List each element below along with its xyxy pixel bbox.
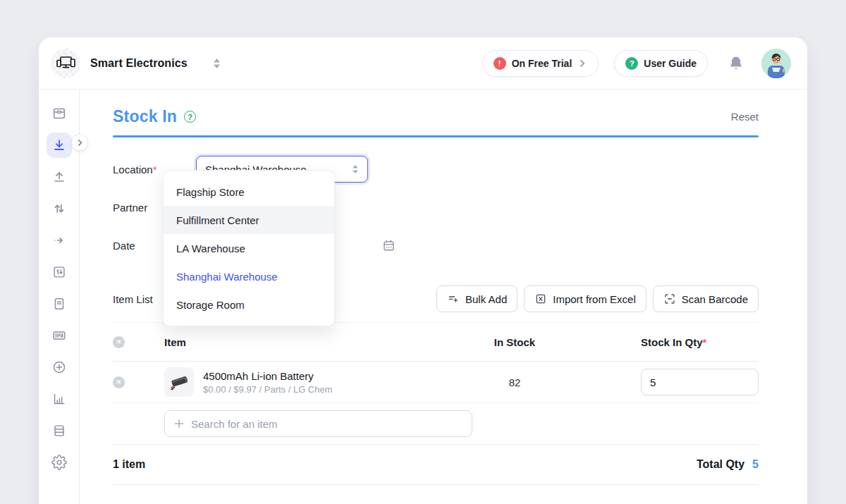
- location-option-la-warehouse[interactable]: LA Warehouse: [164, 234, 334, 262]
- sidebar-item-stock-out[interactable]: [47, 164, 72, 190]
- item-count: 1 item: [113, 458, 145, 471]
- chevron-right-icon: [577, 59, 587, 68]
- user-avatar[interactable]: [761, 49, 791, 78]
- list-plus-icon: [447, 293, 460, 305]
- devices-icon: [55, 54, 76, 73]
- company-name: Smart Electronics: [90, 57, 188, 70]
- stock-in-qty-input[interactable]: [641, 369, 759, 395]
- search-row: [113, 402, 759, 444]
- item-search-input[interactable]: [191, 418, 463, 430]
- free-trial-label: On Free Trial: [512, 58, 572, 69]
- sidebar-item-storage[interactable]: [47, 101, 72, 126]
- sidebar-item-barcode[interactable]: [47, 323, 72, 348]
- sidebar-item-add-new[interactable]: [47, 355, 72, 380]
- database-rows-icon: [51, 423, 67, 438]
- active-tab-underline: [113, 135, 759, 137]
- alert-badge-icon: !: [494, 57, 506, 70]
- import-from-excel-button[interactable]: Import from Excel: [524, 285, 646, 312]
- free-trial-button[interactable]: ! On Free Trial: [482, 50, 599, 77]
- sidebar-item-stock-adjust[interactable]: [47, 196, 72, 221]
- import-from-excel-label: Import from Excel: [553, 293, 636, 305]
- barcode-icon: [51, 328, 67, 343]
- help-icon[interactable]: ?: [184, 111, 196, 123]
- item-list-label: Item List: [113, 293, 153, 305]
- select-arrows-icon: [352, 165, 359, 173]
- sidebar-item-settings[interactable]: [47, 450, 72, 475]
- excel-file-icon: [534, 293, 547, 305]
- sidebar-item-documents[interactable]: [47, 291, 72, 316]
- reset-button[interactable]: Reset: [731, 111, 759, 123]
- question-badge-icon: ?: [625, 57, 638, 70]
- notifications-bell-icon[interactable]: [728, 55, 744, 72]
- count-sheet-icon: [51, 264, 67, 280]
- item-search-field[interactable]: [164, 410, 472, 437]
- item-table-row: ✕ 4500mAh: [113, 361, 759, 402]
- total-qty-value: 5: [752, 458, 759, 471]
- item-details: $0.00 / $9.97 / Parts / LG Chem: [203, 384, 333, 395]
- company-switcher-icon[interactable]: [213, 59, 221, 68]
- item-name: 4500mAh Li-ion Battery: [203, 370, 333, 382]
- calendar-icon[interactable]: [382, 239, 396, 252]
- required-asterisk: *: [153, 164, 157, 176]
- bulk-add-label: Bulk Add: [465, 293, 507, 305]
- stock-out-icon: [51, 169, 67, 185]
- user-guide-button[interactable]: ? User Guide: [614, 50, 708, 77]
- bar-chart-icon: [51, 391, 67, 407]
- scan-barcode-button[interactable]: Scan Barcode: [653, 285, 759, 312]
- sidebar-item-data[interactable]: [47, 418, 72, 443]
- in-stock-value: 82: [509, 376, 521, 388]
- company-logo: [51, 49, 80, 78]
- total-qty-label: Total Qty: [697, 458, 744, 471]
- scan-frame-icon: [663, 293, 676, 305]
- location-option-storage-room[interactable]: Storage Room: [164, 290, 334, 319]
- stock-in-icon: [51, 137, 67, 153]
- location-option-shanghai-warehouse[interactable]: Shanghai Warehouse: [164, 262, 334, 290]
- clear-all-icon[interactable]: ✕: [113, 336, 125, 348]
- required-asterisk: *: [703, 336, 707, 348]
- plus-icon: [173, 418, 185, 429]
- sidebar-item-stock-in[interactable]: [47, 133, 72, 158]
- plus-circle-icon: [51, 359, 67, 375]
- arrows-up-down-icon: [51, 201, 67, 216]
- location-option-flagship-store[interactable]: Flagship Store: [164, 178, 334, 206]
- item-table-header: ✕ Item In Stock Stock In Qty*: [113, 323, 759, 361]
- bulk-add-button[interactable]: Bulk Add: [436, 285, 517, 312]
- column-item: Item: [164, 336, 409, 348]
- list-summary: 1 item Total Qty 5: [113, 444, 759, 485]
- remove-item-icon[interactable]: ✕: [113, 376, 125, 388]
- item-thumbnail: [164, 367, 194, 397]
- app-window: Smart Electronics ! On Free Trial ? User…: [39, 37, 807, 504]
- scan-barcode-label: Scan Barcode: [682, 293, 748, 305]
- storage-box-icon: [51, 106, 67, 121]
- dotted-arrow-right-icon: [51, 233, 67, 248]
- sidebar-nav: [39, 90, 80, 504]
- gear-icon: [51, 455, 67, 470]
- sidebar-item-stock-count[interactable]: [47, 259, 72, 285]
- sidebar-item-stock-transfer[interactable]: [47, 228, 72, 253]
- location-dropdown: Flagship Store Fulfillment Center LA War…: [163, 170, 335, 326]
- document-icon: [51, 296, 67, 312]
- location-option-fulfillment-center[interactable]: Fulfillment Center: [164, 206, 334, 234]
- sidebar-item-reports[interactable]: [47, 386, 72, 412]
- main-content: Stock In ? Reset Location* Shanghai Ware…: [80, 90, 807, 504]
- column-stock-in-qty: Stock In Qty*: [641, 336, 759, 348]
- top-bar: Smart Electronics ! On Free Trial ? User…: [39, 37, 807, 90]
- page-title: Stock In: [113, 107, 177, 126]
- column-in-stock: In Stock: [494, 336, 535, 348]
- top-bar-right: ! On Free Trial ? User Guide: [482, 49, 791, 78]
- sidebar-expand-button[interactable]: [71, 134, 88, 151]
- user-guide-label: User Guide: [644, 58, 697, 69]
